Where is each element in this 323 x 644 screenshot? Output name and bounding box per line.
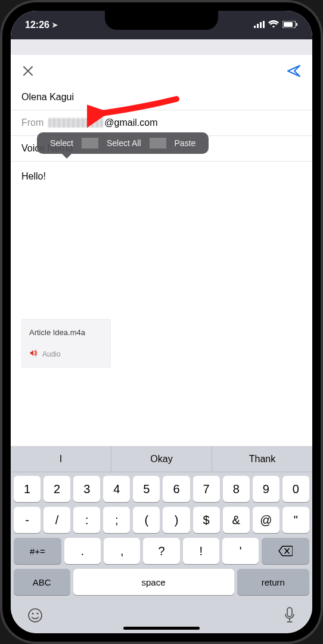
subject-field[interactable]: Voice Nemo Select Select All Paste (11, 136, 312, 162)
home-indicator[interactable] (123, 627, 200, 630)
send-icon[interactable] (286, 63, 302, 79)
key-1[interactable]: 1 (14, 476, 41, 502)
to-value: Olena Kagui (21, 92, 74, 103)
sheet-grabber[interactable] (11, 39, 312, 55)
svg-rect-6 (284, 22, 293, 27)
key-comma[interactable]: , (104, 538, 140, 564)
key-8[interactable]: 8 (223, 476, 250, 502)
key-3[interactable]: 3 (73, 476, 100, 502)
attachment-type-label: Audio (42, 350, 61, 358)
key-exclaim[interactable]: ! (183, 538, 219, 564)
menu-paste[interactable]: Paste (166, 136, 204, 150)
key-period[interactable]: . (64, 538, 101, 564)
svg-rect-0 (254, 26, 256, 28)
prediction-1[interactable]: I (11, 446, 111, 472)
key-at[interactable]: @ (253, 507, 279, 533)
close-icon[interactable] (21, 64, 35, 78)
audio-icon (29, 349, 38, 359)
email-body[interactable]: Hello! (11, 162, 312, 317)
menu-select-all[interactable]: Select All (98, 136, 150, 150)
prediction-3[interactable]: Thank (212, 446, 312, 472)
key-4[interactable]: 4 (103, 476, 130, 502)
prediction-2[interactable]: Okay (111, 446, 212, 472)
location-icon: ➤ (52, 21, 58, 29)
phone-frame: 12:26 ➤ (0, 0, 323, 644)
key-return[interactable]: return (237, 569, 310, 595)
keyboard: I Okay Thank 1 2 3 4 5 6 7 8 9 0 (11, 446, 312, 633)
svg-point-9 (37, 613, 39, 615)
key-7[interactable]: 7 (193, 476, 220, 502)
svg-point-8 (32, 613, 34, 615)
key-colon[interactable]: : (73, 507, 100, 533)
to-field[interactable]: Olena Kagui (11, 85, 312, 110)
key-semicolon[interactable]: ; (103, 507, 130, 533)
svg-rect-1 (257, 24, 259, 28)
key-5[interactable]: 5 (133, 476, 160, 502)
wifi-icon (268, 20, 279, 30)
key-row-1: 1 2 3 4 5 6 7 8 9 0 (14, 476, 309, 502)
from-label: From (21, 117, 44, 128)
microphone-icon[interactable] (284, 607, 296, 627)
from-address-redacted: @gmail.com (48, 117, 157, 128)
key-row-2: - / : ; ( ) $ & @ " (14, 507, 309, 533)
body-text: Hello! (21, 171, 46, 181)
battery-icon (282, 20, 298, 30)
key-row-3: #+= . , ? ! ' (14, 538, 309, 564)
key-dquote[interactable]: " (282, 507, 309, 533)
device-notch (105, 11, 218, 30)
attachment-filename: Article Idea.m4a (29, 328, 103, 337)
key-9[interactable]: 9 (253, 476, 279, 502)
key-lparen[interactable]: ( (133, 507, 160, 533)
svg-rect-3 (263, 21, 265, 28)
key-backspace[interactable] (262, 538, 309, 564)
emoji-icon[interactable] (27, 608, 43, 627)
backspace-icon (278, 546, 293, 556)
compose-sheet: Olena Kagui From @gmail.com Voice Nemo S… (11, 55, 312, 368)
key-question[interactable]: ? (143, 538, 179, 564)
svg-rect-10 (287, 608, 292, 617)
svg-point-7 (29, 609, 42, 622)
key-0[interactable]: 0 (282, 476, 309, 502)
status-time: 12:26 (25, 20, 49, 30)
svg-rect-2 (260, 22, 262, 28)
key-apostrophe[interactable]: ' (222, 538, 259, 564)
key-abc[interactable]: ABC (14, 569, 70, 595)
key-2[interactable]: 2 (44, 476, 70, 502)
key-slash[interactable]: / (44, 507, 70, 533)
key-symbols[interactable]: #+= (14, 538, 61, 564)
key-dash[interactable]: - (14, 507, 41, 533)
svg-rect-5 (296, 23, 297, 26)
key-space[interactable]: space (73, 569, 234, 595)
menu-select[interactable]: Select (42, 136, 82, 150)
key-6[interactable]: 6 (163, 476, 190, 502)
cellular-icon (254, 20, 265, 30)
attachment-card[interactable]: Article Idea.m4a Audio (21, 319, 111, 368)
key-row-4: ABC space return (14, 569, 309, 595)
key-dollar[interactable]: $ (193, 507, 220, 533)
text-edit-menu: Select Select All Paste (37, 132, 209, 154)
key-amp[interactable]: & (223, 507, 250, 533)
key-rparen[interactable]: ) (163, 507, 190, 533)
screen: 12:26 ➤ (11, 11, 312, 633)
prediction-bar: I Okay Thank (11, 446, 312, 472)
